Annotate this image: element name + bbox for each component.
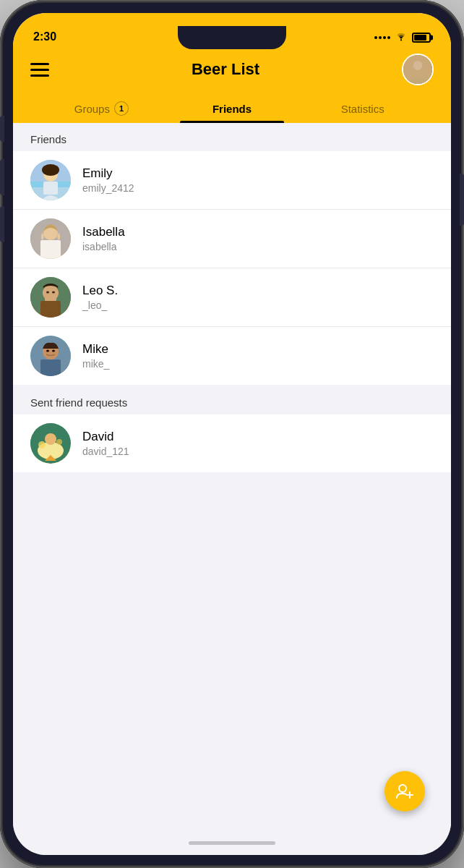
tabs: Groups 1 Friends Statistics [30, 94, 434, 123]
svg-point-21 [46, 350, 49, 352]
hamburger-menu-button[interactable] [30, 63, 49, 77]
request-item-david[interactable]: David david_121 [13, 414, 451, 472]
svg-point-16 [52, 292, 55, 294]
sent-requests-list: David david_121 [13, 414, 451, 472]
friend-item-leo[interactable]: Leo S. _leo_ [13, 268, 451, 327]
friend-avatar-david [30, 423, 71, 464]
friend-item-emily[interactable]: Emily emily_2412 [13, 151, 451, 210]
svg-point-27 [56, 439, 62, 445]
friend-name-mike: Mike [82, 342, 109, 357]
phone-screen: 2:30 [13, 13, 451, 855]
friend-avatar-isabella [30, 218, 71, 259]
friend-name-leo: Leo S. [82, 284, 118, 298]
friend-item-mike[interactable]: Mike mike_ [13, 327, 451, 385]
friend-avatar-emily [30, 160, 71, 200]
status-icons [374, 31, 431, 43]
friend-avatar-leo [30, 277, 71, 318]
svg-point-22 [52, 350, 55, 352]
svg-point-0 [400, 39, 402, 41]
tab-friends[interactable]: Friends [167, 94, 298, 123]
friend-info-david: David david_121 [82, 430, 129, 457]
friend-item-isabella[interactable]: Isabella isabella [13, 210, 451, 268]
friends-list: Emily emily_2412 [13, 151, 451, 385]
friend-avatar-mike [30, 336, 71, 376]
tab-statistics[interactable]: Statistics [297, 94, 428, 123]
friend-info-leo: Leo S. _leo_ [82, 284, 118, 311]
svg-rect-7 [43, 182, 58, 195]
friend-username-leo: _leo_ [82, 299, 118, 311]
home-indicator [13, 830, 451, 855]
app-title: Beer List [192, 60, 259, 79]
friend-name-emily: Emily [82, 166, 134, 181]
power-button[interactable] [460, 174, 464, 226]
svg-rect-11 [40, 240, 61, 259]
add-friend-icon [395, 782, 414, 801]
friend-username-emily: emily_2412 [82, 182, 134, 194]
user-avatar[interactable] [402, 54, 434, 85]
tab-friends-label: Friends [212, 103, 252, 115]
friend-info-emily: Emily emily_2412 [82, 166, 134, 194]
signal-dots-icon [374, 36, 390, 39]
battery-icon [412, 33, 431, 43]
phone-frame: 2:30 [0, 0, 464, 868]
friend-info-isabella: Isabella isabella [82, 225, 125, 252]
tab-statistics-label: Statistics [341, 103, 384, 115]
volume-up-button[interactable] [0, 159, 4, 195]
svg-point-25 [45, 433, 56, 445]
content-area: Friends [13, 123, 451, 830]
friend-name-isabella: Isabella [82, 225, 125, 239]
status-time: 2:30 [33, 30, 56, 43]
svg-point-2 [413, 61, 423, 70]
friend-username-isabella: isabella [82, 241, 125, 252]
silent-button[interactable] [0, 116, 4, 142]
svg-rect-17 [45, 298, 56, 301]
tab-groups[interactable]: Groups 1 [36, 94, 167, 123]
svg-point-26 [38, 441, 46, 448]
tab-groups-label: Groups [74, 103, 110, 115]
notch [178, 26, 286, 49]
friend-info-mike: Mike mike_ [82, 342, 109, 370]
svg-rect-20 [40, 359, 61, 376]
tab-groups-badge: 1 [114, 101, 129, 116]
svg-point-15 [46, 292, 49, 294]
friend-name-david: David [82, 430, 129, 444]
wifi-icon [395, 31, 408, 43]
home-bar [189, 841, 275, 845]
friend-username-david: david_121 [82, 446, 129, 457]
add-friend-fab[interactable] [384, 771, 425, 812]
sent-requests-section-header: Sent friend requests [13, 386, 451, 414]
svg-point-28 [399, 785, 406, 792]
svg-rect-14 [40, 301, 61, 318]
volume-down-button[interactable] [0, 206, 4, 242]
header: Beer List Groups 1 [13, 48, 451, 123]
header-top: Beer List [30, 54, 434, 85]
friends-section-header: Friends [13, 123, 451, 151]
friend-username-mike: mike_ [82, 358, 109, 370]
